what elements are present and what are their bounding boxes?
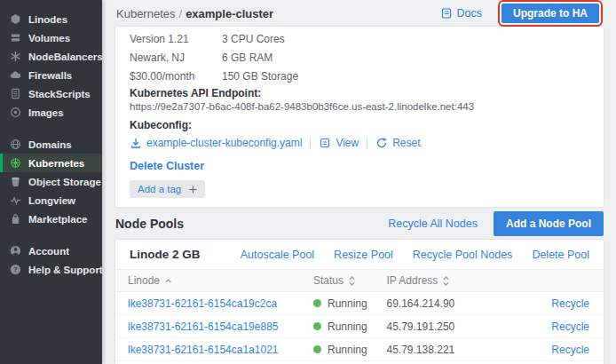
header-actions: Docs Upgrade to HA xyxy=(440,4,602,23)
status-label: Running xyxy=(328,320,367,333)
plus-icon xyxy=(189,186,197,194)
add-tag-label: Add a tag xyxy=(138,184,181,194)
column-label: Linode xyxy=(128,274,160,287)
kubernetes-icon xyxy=(9,157,21,170)
node-ip: 69.164.214.90 xyxy=(375,292,507,315)
object-storage-icon xyxy=(9,176,21,188)
sidebar-item-account[interactable]: Account xyxy=(0,241,102,260)
sidebar-item-firewalls[interactable]: Firewalls xyxy=(0,66,102,84)
delete-pool-link[interactable]: Delete Pool xyxy=(532,249,589,261)
firewalls-icon xyxy=(9,69,21,82)
node-pools-title: Node Pools xyxy=(115,217,184,231)
recycle-pool-nodes-link[interactable]: Recycle Pool Nodes xyxy=(413,249,513,261)
upgrade-to-ha-button[interactable]: Upgrade to HA xyxy=(501,4,599,23)
sidebar-item-label: Domains xyxy=(28,139,72,150)
sidebar-item-object-storage[interactable]: Object Storage xyxy=(0,172,102,191)
main-area: Kubernetes/example-cluster Docs Upgrade … xyxy=(102,0,616,364)
kubeconfig-download-link[interactable]: example-cluster-kubeconfig.yaml xyxy=(146,137,302,149)
table-row: lke38731-62161-6154ca1a1021 Running 45.7… xyxy=(115,338,604,361)
status-dot-running xyxy=(313,345,321,353)
api-endpoint-value: https://9e2a7307-b6ac-408f-ba62-9483b0b3… xyxy=(130,100,589,113)
kubeconfig-view-link[interactable]: View xyxy=(336,137,359,149)
add-node-pool-button[interactable]: Add a Node Pool xyxy=(494,211,604,236)
cluster-region: Newark, NJ xyxy=(130,49,208,67)
docs-link[interactable]: Docs xyxy=(440,7,482,20)
pool-name: Linode 2 GB xyxy=(130,248,201,261)
column-header-actions xyxy=(506,270,604,292)
node-ip: 45.79.138.221 xyxy=(375,338,507,361)
breadcrumb-current: example-cluster xyxy=(186,7,273,20)
column-header-ip-address[interactable]: IP Address xyxy=(375,270,507,292)
divider xyxy=(310,138,311,148)
kubeconfig-reset-link[interactable]: Reset xyxy=(392,137,420,149)
sidebar-item-label: Linodes xyxy=(28,14,67,25)
delete-cluster-link[interactable]: Delete Cluster xyxy=(130,160,204,172)
cluster-ram: 6 GB RAM xyxy=(222,49,298,67)
breadcrumb-separator: / xyxy=(179,7,183,20)
view-icon xyxy=(319,137,331,149)
page-header: Kubernetes/example-cluster Docs Upgrade … xyxy=(102,0,616,27)
sidebar-item-help-support[interactable]: ? Help & Support xyxy=(0,260,102,279)
sidebar-item-marketplace[interactable]: Marketplace xyxy=(0,210,102,228)
node-pool-card: Linode 2 GB Autoscale Pool Resize Pool R… xyxy=(115,240,604,364)
sidebar-item-label: Marketplace xyxy=(28,214,87,225)
column-label: IP Address xyxy=(387,274,438,287)
sidebar-item-domains[interactable]: Domains xyxy=(0,135,102,154)
pool-footer-row: Pool ID 62161 xyxy=(115,361,604,364)
table-header-row: Linode Status IP Address xyxy=(115,270,604,292)
sort-asc-icon xyxy=(164,277,172,284)
stackscripts-icon xyxy=(9,88,21,100)
sidebar-item-volumes[interactable]: Volumes xyxy=(0,28,102,47)
cluster-details: Version 1.21 3 CPU Cores Newark, NJ 6 GB… xyxy=(130,30,298,86)
recycle-node-link[interactable]: Recycle xyxy=(551,344,589,356)
api-endpoint-label: Kubernetes API Endpoint: xyxy=(130,87,589,100)
node-link[interactable]: lke38731-62161-6154ca19e885 xyxy=(128,320,278,333)
reset-icon xyxy=(375,137,388,149)
node-pools-actions: Recycle All Nodes Add a Node Pool xyxy=(388,211,604,236)
recycle-node-link[interactable]: Recycle xyxy=(551,297,589,310)
sidebar-item-kubernetes[interactable]: Kubernetes xyxy=(0,154,102,172)
status-dot-running xyxy=(313,299,321,307)
sidebar-item-linodes[interactable]: Linodes xyxy=(0,10,102,28)
cluster-price: $30.00/month xyxy=(130,67,208,86)
marketplace-icon xyxy=(9,213,21,226)
sort-both-icon xyxy=(348,275,356,287)
add-tag-button[interactable]: Add a tag xyxy=(130,180,205,198)
column-header-linode[interactable]: Linode xyxy=(115,270,301,292)
autoscale-pool-link[interactable]: Autoscale Pool xyxy=(241,249,314,261)
page-content: Version 1.21 3 CPU Cores Newark, NJ 6 GB… xyxy=(102,27,616,364)
status-label: Running xyxy=(328,344,367,356)
sidebar-item-images[interactable]: Images xyxy=(0,103,102,122)
pool-nodes-table: Linode Status IP Address xyxy=(115,269,604,364)
sidebar-item-label: Volumes xyxy=(28,33,70,44)
sidebar-item-label: Firewalls xyxy=(28,70,72,81)
help-icon: ? xyxy=(9,264,21,276)
recycle-all-nodes-link[interactable]: Recycle All Nodes xyxy=(388,218,478,230)
breadcrumb-section-link[interactable]: Kubernetes xyxy=(116,7,176,20)
resize-pool-link[interactable]: Resize Pool xyxy=(334,249,393,261)
sidebar: Linodes Volumes NodeBalancers Firewalls … xyxy=(0,0,102,364)
sidebar-item-label: NodeBalancers xyxy=(28,51,103,62)
sidebar-item-nodebalancers[interactable]: NodeBalancers xyxy=(0,47,102,66)
sidebar-item-stackscripts[interactable]: StackScripts xyxy=(0,84,102,103)
docs-label: Docs xyxy=(457,7,482,20)
pool-header: Linode 2 GB Autoscale Pool Resize Pool R… xyxy=(115,240,604,269)
domains-icon xyxy=(9,138,21,151)
table-row: lke38731-62161-6154ca19e885 Running 45.7… xyxy=(115,315,604,338)
sidebar-item-label: Images xyxy=(28,107,64,118)
longview-icon xyxy=(9,194,21,207)
sidebar-item-label: Object Storage xyxy=(28,177,101,187)
linodes-icon xyxy=(9,13,21,26)
nodebalancers-icon xyxy=(9,51,21,63)
column-header-status[interactable]: Status xyxy=(301,270,375,292)
recycle-node-link[interactable]: Recycle xyxy=(551,320,589,333)
cluster-cpu: 3 CPU Cores xyxy=(222,30,298,49)
pool-id: Pool ID 62161 xyxy=(115,361,604,364)
status-label: Running xyxy=(328,297,367,310)
node-link[interactable]: lke38731-62161-6154ca1a1021 xyxy=(128,344,278,356)
sidebar-item-longview[interactable]: Longview xyxy=(0,191,102,210)
node-link[interactable]: lke38731-62161-6154ca19c2ca xyxy=(128,297,277,310)
sidebar-item-label: StackScripts xyxy=(28,89,91,99)
divider xyxy=(367,138,367,148)
pool-action-links: Autoscale Pool Resize Pool Recycle Pool … xyxy=(241,249,589,261)
